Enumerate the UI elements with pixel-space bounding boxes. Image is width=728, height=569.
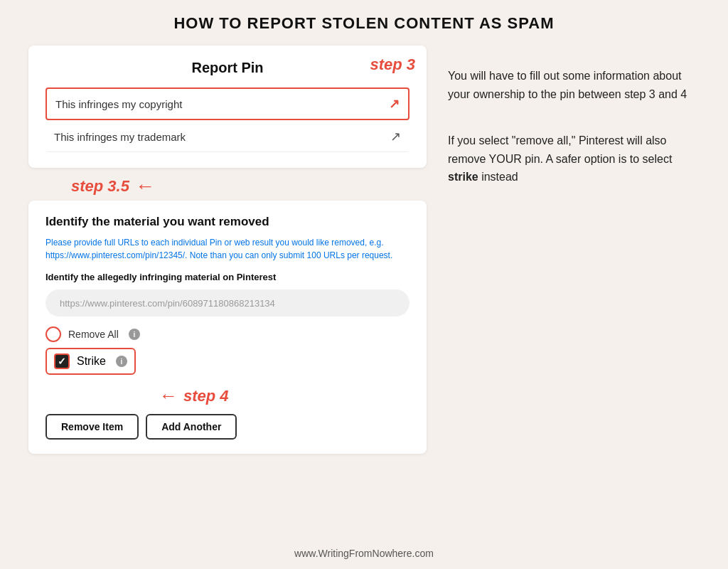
strike-label: Strike <box>77 355 106 368</box>
right-column: You will have to fill out some informati… <box>441 46 700 454</box>
copyright-option-label: This infringes my copyright <box>55 98 182 110</box>
content-row: Report Pin step 3 This infringes my copy… <box>28 46 700 454</box>
trademark-arrow-icon: ↗ <box>390 129 401 144</box>
page-title: HOW TO REPORT STOLEN CONTENT AS SPAM <box>28 14 700 33</box>
report-pin-title: Report Pin <box>46 60 410 76</box>
checkboxes-row: Remove All i ✓ Strike i <box>46 326 410 375</box>
identify-description: Please provide full URLs to each individ… <box>46 236 410 262</box>
strike-checkbox[interactable]: ✓ <box>54 353 70 369</box>
url-input-text: https://www.pinterest.com/pin/6089711808… <box>60 298 275 309</box>
add-another-button[interactable]: Add Another <box>146 414 237 440</box>
remove-all-checkbox[interactable] <box>46 326 61 342</box>
step-3-label: step 3 <box>370 55 415 74</box>
identify-subtitle: Identify the allegedly infringing materi… <box>46 272 410 282</box>
strike-info-icon: i <box>116 356 127 367</box>
strike-item[interactable]: ✓ Strike i <box>46 348 136 375</box>
left-column: Report Pin step 3 This infringes my copy… <box>28 46 427 454</box>
remove-item-button[interactable]: Remove Item <box>46 414 139 440</box>
trademark-option-label: This infringes my trademark <box>54 131 186 143</box>
copyright-option[interactable]: This infringes my copyright ↗ <box>46 87 410 120</box>
step4-label: step 4 <box>183 387 229 405</box>
right-text-2: If you select "remove all," Pinterest wi… <box>448 132 700 186</box>
buttons-row: Remove Item Add Another <box>46 414 410 440</box>
checkmark-icon: ✓ <box>58 356 66 367</box>
right-text-1: You will have to fill out some informati… <box>448 67 700 103</box>
step4-wrapper: ← step 4 <box>159 385 410 407</box>
identify-card: Identify the material you want removed P… <box>28 201 427 454</box>
step-35-arrow-icon: ← <box>135 175 155 198</box>
remove-all-item[interactable]: Remove All i <box>46 326 410 342</box>
step-35-label: step 3.5 <box>71 177 129 196</box>
step4-arrow-icon: ← <box>159 385 178 407</box>
identify-title: Identify the material you want removed <box>46 215 410 229</box>
url-input-wrapper[interactable]: https://www.pinterest.com/pin/6089711808… <box>46 289 410 317</box>
report-pin-card: Report Pin step 3 This infringes my copy… <box>28 46 427 168</box>
remove-all-info-icon: i <box>129 329 140 340</box>
step-35-wrapper: step 3.5 ← <box>71 175 427 198</box>
page-wrapper: HOW TO REPORT STOLEN CONTENT AS SPAM Rep… <box>0 0 728 569</box>
copyright-arrow-icon: ↗ <box>389 96 400 112</box>
trademark-option[interactable]: This infringes my trademark ↗ <box>46 122 410 152</box>
footer: www.WritingFromNowhere.com <box>0 548 728 559</box>
remove-all-label: Remove All <box>68 329 119 340</box>
